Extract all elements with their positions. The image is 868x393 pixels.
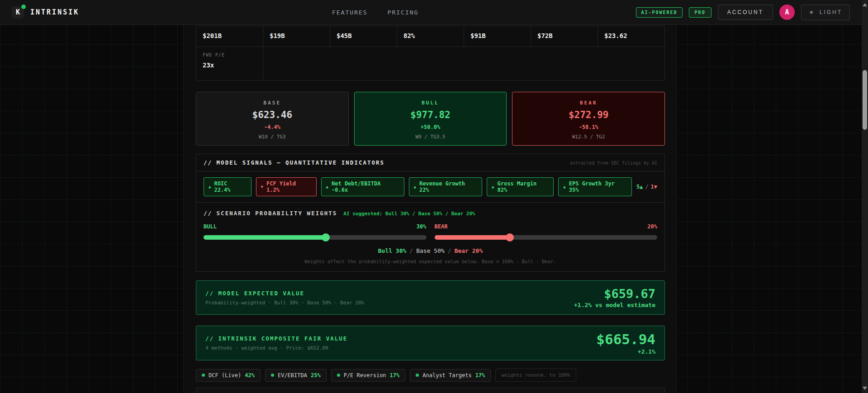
scenario-label: BULL bbox=[355, 100, 507, 106]
table-cell: $72B bbox=[531, 26, 598, 47]
fundamentals-table: $201B $19B $45B 82% $91B $72B $23.62 FWD… bbox=[196, 26, 665, 80]
signal-label: Revenue Growth 22% bbox=[419, 180, 477, 193]
method-badge-analyst-targets[interactable]: Analyst Targets 17% bbox=[410, 369, 491, 382]
avatar[interactable]: A bbox=[779, 5, 795, 20]
renorm-note-badge: weights renorm. to 100% bbox=[495, 369, 576, 382]
up-arrow-icon: ▲ bbox=[209, 185, 211, 189]
scenario-value: $623.46 bbox=[196, 109, 348, 120]
up-arrow-icon: ▲ bbox=[492, 185, 494, 189]
signal-badge-gross-margin[interactable]: ▲ Gross Margin 82% bbox=[487, 177, 554, 196]
fwd-pe-cell: FWD P/E 23x bbox=[196, 47, 263, 80]
bull-slider-track[interactable] bbox=[204, 235, 427, 240]
nav-right-cluster: AI-POWERED PRO ACCOUNT A ☀ LIGHT bbox=[636, 5, 850, 20]
down-arrow-icon: ▼ bbox=[261, 185, 263, 189]
logo-letter: K bbox=[16, 8, 20, 16]
bull-slider-thumb[interactable] bbox=[322, 233, 330, 241]
nav-link-pricing[interactable]: PRICING bbox=[388, 9, 419, 16]
content-panel: $201B $19B $45B 82% $91B $72B $23.62 FWD… bbox=[183, 0, 677, 393]
method-label: EV/EBITDA bbox=[278, 372, 307, 379]
weights-title: // SCENARIO PROBABILITY WEIGHTS bbox=[204, 210, 337, 217]
method-weight: 42% bbox=[245, 372, 255, 379]
theme-toggle-button[interactable]: ☀ LIGHT bbox=[801, 5, 850, 20]
bear-slider-fill bbox=[435, 235, 510, 240]
signal-label: Gross Margin 82% bbox=[497, 180, 549, 193]
weights-note: Weights affect the probability-weighted … bbox=[204, 259, 657, 264]
weights-summary: Bull 30%/Base 50%/Bear 20% bbox=[204, 247, 657, 254]
composite-amount: $665.94 bbox=[596, 331, 655, 347]
bear-slider-track[interactable] bbox=[435, 235, 658, 240]
table-cell: $23.62 bbox=[598, 26, 664, 47]
signal-badge-fcf-yield[interactable]: ▼ FCF Yield 1.2% bbox=[256, 177, 317, 196]
summary-bear: Bear 20% bbox=[455, 247, 483, 254]
tally-separator: / bbox=[643, 184, 650, 190]
expected-value-subtitle: Probability-weighted · Bull 30% · Base 5… bbox=[205, 300, 364, 306]
signal-label: Net Debt/EBITDA -0.6x bbox=[332, 180, 399, 193]
scenario-value: $977.82 bbox=[355, 109, 507, 120]
scenario-card-bull[interactable]: BULL $977.82 +50.0% W9 / TG3.5 bbox=[354, 92, 507, 146]
bear-slider-label: BEAR bbox=[435, 223, 448, 230]
table-cell: $45B bbox=[330, 26, 397, 47]
navbar: K INTRINSIK FEATURES PRICING AI-POWERED … bbox=[0, 0, 862, 25]
table-cell: $19B bbox=[263, 26, 330, 47]
scenario-label: BASE bbox=[196, 100, 348, 106]
up-arrow-icon: ▲ bbox=[326, 185, 328, 189]
composite-delta: +2.1% bbox=[596, 348, 655, 355]
method-label: DCF (Live) bbox=[209, 372, 241, 379]
expected-value-title: // MODEL EXPECTED VALUE bbox=[205, 290, 364, 297]
page-scrollbar[interactable] bbox=[862, 0, 868, 393]
model-expected-value-card: // MODEL EXPECTED VALUE Probability-weig… bbox=[196, 280, 665, 315]
method-badge-pe-reversion[interactable]: P/E Reversion 17% bbox=[331, 369, 406, 382]
scenario-label: BEAR bbox=[512, 100, 664, 106]
nav-link-features[interactable]: FEATURES bbox=[332, 9, 368, 16]
bear-slider-thumb[interactable] bbox=[506, 233, 514, 241]
composite-fair-value-card: // INTRINSIK COMPOSITE FAIR VALUE 4 meth… bbox=[196, 326, 665, 360]
method-label: P/E Reversion bbox=[344, 372, 386, 379]
model-signals-header: // MODEL SIGNALS — QUANTITATIVE INDICATO… bbox=[196, 154, 664, 171]
scenario-card-bear[interactable]: BEAR $272.99 -58.1% W12.5 / TG2 bbox=[512, 92, 665, 146]
ai-powered-badge: AI-POWERED bbox=[636, 7, 682, 18]
method-badge-dcf[interactable]: DCF (Live) 42% bbox=[196, 369, 261, 382]
summary-bull: Bull 30% bbox=[378, 247, 407, 254]
scenario-meta: W9 / TG3.5 bbox=[355, 134, 507, 140]
expected-value-amount: $659.67 bbox=[574, 287, 655, 301]
brand[interactable]: K INTRINSIK bbox=[12, 6, 79, 19]
green-dot-icon bbox=[416, 374, 419, 377]
signal-label: EPS Growth 3yr 35% bbox=[569, 180, 627, 193]
signal-badge-eps-growth[interactable]: ▲ EPS Growth 3yr 35% bbox=[558, 177, 632, 196]
theme-toggle-label: LIGHT bbox=[820, 9, 842, 15]
scrollbar-down-arrow[interactable] bbox=[863, 387, 867, 390]
summary-separator: / bbox=[445, 247, 455, 254]
scrollbar-thumb[interactable] bbox=[863, 70, 867, 130]
bull-slider-value: 30% bbox=[417, 223, 427, 230]
up-arrow-icon: ▲ bbox=[563, 185, 565, 189]
scenario-cards: BASE $623.46 -4.4% W10 / TG3 BULL $977.8… bbox=[196, 92, 665, 146]
summary-base: Base 50% bbox=[416, 247, 445, 254]
signal-label: ROIC 22.4% bbox=[214, 180, 246, 193]
scenario-delta: +50.0% bbox=[355, 124, 507, 130]
summary-separator: / bbox=[406, 247, 416, 254]
bull-slider-fill bbox=[204, 235, 326, 240]
scenario-card-base[interactable]: BASE $623.46 -4.4% W10 / TG3 bbox=[196, 92, 349, 146]
scenario-delta: -58.1% bbox=[512, 124, 664, 130]
signal-badge-revenue-growth[interactable]: ▲ Revenue Growth 22% bbox=[409, 177, 483, 196]
table-row: $201B $19B $45B 82% $91B $72B $23.62 bbox=[196, 26, 664, 47]
method-badge-ev-ebitda[interactable]: EV/EBITDA 25% bbox=[265, 369, 327, 382]
green-dot-icon bbox=[271, 374, 274, 377]
account-button[interactable]: ACCOUNT bbox=[718, 5, 773, 20]
tally-up: 5▲ bbox=[636, 184, 643, 190]
logo-status-dot bbox=[21, 5, 26, 9]
fwd-pe-value: 23x bbox=[203, 62, 256, 69]
signal-tally: 5▲/1▼ bbox=[636, 184, 657, 190]
composite-title: // INTRINSIK COMPOSITE FAIR VALUE bbox=[205, 335, 347, 342]
scenario-meta: W10 / TG3 bbox=[196, 134, 348, 140]
signal-badge-roic[interactable]: ▲ ROIC 22.4% bbox=[204, 177, 251, 196]
main-nav: FEATURES PRICING bbox=[332, 0, 418, 25]
scrollbar-up-arrow[interactable] bbox=[863, 3, 867, 6]
bear-weight-slider: BEAR 20% bbox=[435, 223, 658, 240]
signal-badge-net-debt[interactable]: ▲ Net Debt/EBITDA -0.6x bbox=[321, 177, 404, 196]
bear-slider-value: 20% bbox=[647, 223, 657, 230]
brand-name: INTRINSIK bbox=[30, 8, 79, 16]
signal-badges-row: ▲ ROIC 22.4% ▼ FCF Yield 1.2% ▲ Net Debt… bbox=[196, 171, 664, 203]
logo-icon: K bbox=[12, 6, 24, 19]
scenario-weights-section: // SCENARIO PROBABILITY WEIGHTS AI sugge… bbox=[196, 203, 664, 271]
